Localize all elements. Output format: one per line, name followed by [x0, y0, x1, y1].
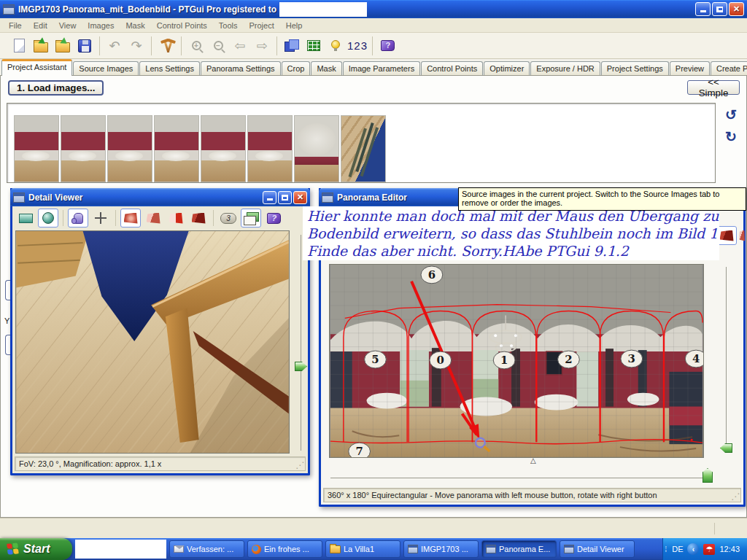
- load-images-button[interactable]: 1. Load images...: [8, 80, 104, 96]
- restore-icon: [716, 7, 723, 12]
- table-view-button[interactable]: [304, 36, 323, 55]
- badge-1: 1: [500, 354, 508, 367]
- tab-optimizer[interactable]: Optimizer: [484, 61, 530, 75]
- dv-sphere-button[interactable]: [38, 209, 58, 228]
- minimize-button[interactable]: [695, 2, 711, 16]
- dv-show-image-mode-2[interactable]: [143, 209, 163, 228]
- main-titlebar[interactable]: IMGP1703 Panorama_mit_Bodenbild - PTGui …: [0, 0, 747, 18]
- tab-lens-settings[interactable]: Lens Settings: [139, 61, 200, 75]
- menu-mask[interactable]: Mask: [120, 20, 150, 31]
- pe-horizontal-slider[interactable]: [330, 478, 707, 478]
- undo-button[interactable]: ↶: [105, 36, 124, 55]
- menu-file[interactable]: File: [3, 20, 28, 31]
- tab-create-panorama[interactable]: Create Panorama: [711, 61, 747, 75]
- tab-exposure-hdr[interactable]: Exposure / HDR: [530, 61, 600, 75]
- source-thumbnail[interactable]: [294, 115, 339, 182]
- tab-crop[interactable]: Crop: [282, 61, 311, 75]
- source-thumbnail[interactable]: [14, 115, 59, 182]
- task-ein-frohes[interactable]: Ein frohes ...: [247, 540, 322, 558]
- new-project-button[interactable]: [9, 36, 28, 55]
- source-thumbnail[interactable]: [107, 115, 152, 182]
- close-button[interactable]: ✕: [729, 2, 744, 16]
- numeric-transform-button[interactable]: 123: [348, 36, 367, 55]
- dv-image-number-button[interactable]: 3: [218, 209, 239, 228]
- zoom-out-button[interactable]: −: [209, 36, 228, 55]
- dv-close-button[interactable]: ✕: [293, 191, 307, 204]
- optimizer-button[interactable]: [326, 36, 345, 55]
- source-thumbnail[interactable]: [341, 115, 386, 182]
- pe-hslider-handle[interactable]: [703, 468, 713, 483]
- tab-image-parameters[interactable]: Image Parameters: [343, 61, 420, 75]
- dv-rectilinear-button[interactable]: [15, 209, 36, 228]
- open-apply-template-button[interactable]: [53, 36, 72, 55]
- pe-vslider-handle[interactable]: [720, 443, 732, 453]
- dv-move-button[interactable]: [90, 209, 111, 228]
- detail-viewer-statusbar: FoV: 23,0 °, Magnification: approx. 1,1 …: [15, 456, 306, 471]
- rotate-cw-button[interactable]: ↻: [721, 128, 740, 147]
- panorama-canvas[interactable]: 6 5 0 1 2 3 4 7: [329, 264, 704, 458]
- source-thumbnail[interactable]: [61, 115, 106, 182]
- menu-view[interactable]: View: [53, 20, 82, 31]
- dv-show-image-mode-3[interactable]: [166, 209, 186, 228]
- save-project-button[interactable]: [75, 36, 94, 55]
- tab-project-settings[interactable]: Project Settings: [601, 61, 669, 75]
- simple-mode-button[interactable]: << Simple: [687, 80, 740, 95]
- restore-button[interactable]: [712, 2, 727, 16]
- main-toolbar: ↶ ↷ + − ⇦ ⇨ 123: [0, 33, 747, 59]
- app-window-icon: [3, 4, 15, 15]
- menu-help[interactable]: Help: [280, 20, 309, 31]
- help-book-icon: [267, 213, 281, 224]
- tab-preview[interactable]: Preview: [670, 61, 710, 75]
- help-button[interactable]: [378, 36, 397, 55]
- dv-vertical-slider[interactable]: [301, 235, 301, 451]
- options-button[interactable]: [157, 36, 176, 55]
- task-imgp1703[interactable]: IMGP1703 ...: [403, 540, 479, 558]
- redacted-name-box: [279, 2, 367, 17]
- clock[interactable]: 12:43: [719, 545, 740, 553]
- menu-control-points[interactable]: Control Points: [151, 20, 213, 31]
- source-thumbnail[interactable]: [247, 115, 293, 182]
- start-button[interactable]: Start: [0, 538, 72, 560]
- tab-control-points[interactable]: Control Points: [421, 61, 483, 75]
- source-thumbnail[interactable]: [154, 115, 199, 182]
- tab-source-images[interactable]: Source Images: [73, 61, 139, 75]
- detail-viewer-image[interactable]: [15, 230, 290, 454]
- task-panorama-editor[interactable]: Panorama E...: [481, 540, 557, 558]
- detail-viewer-button[interactable]: [282, 36, 301, 55]
- dv-show-image-mode-4[interactable]: [188, 209, 209, 228]
- source-thumbnail[interactable]: [201, 115, 246, 182]
- language-indicator[interactable]: DE: [672, 545, 683, 553]
- menu-images[interactable]: Images: [82, 20, 120, 31]
- source-images-filmstrip[interactable]: [7, 103, 716, 183]
- next-button[interactable]: ⇨: [252, 36, 271, 55]
- task-detail-viewer[interactable]: Detail Viewer: [560, 540, 635, 558]
- rotate-ccw-button[interactable]: ↺: [721, 106, 740, 125]
- pe-toolbar-button-clipped[interactable]: [738, 226, 746, 245]
- redo-button[interactable]: ↷: [127, 36, 146, 55]
- dv-pan-button[interactable]: [68, 209, 88, 228]
- zoom-in-button[interactable]: +: [187, 36, 206, 55]
- dv-window-layout-button[interactable]: [241, 209, 261, 228]
- horizon-marker[interactable]: △: [530, 456, 536, 464]
- tab-mask[interactable]: Mask: [311, 61, 341, 75]
- menu-tools[interactable]: Tools: [213, 20, 244, 31]
- pe-vertical-slider[interactable]: [726, 267, 727, 447]
- detail-viewer-titlebar[interactable]: Detail Viewer ✕: [10, 188, 310, 206]
- menu-project[interactable]: Project: [244, 20, 280, 31]
- pe-show-image-button[interactable]: [716, 226, 737, 245]
- hide-icons-chevron[interactable]: ‹: [687, 543, 699, 555]
- dv-maximize-button[interactable]: [278, 191, 292, 204]
- previous-button[interactable]: ⇦: [231, 36, 249, 55]
- ptgui-window-icon: [486, 545, 496, 553]
- tab-project-assistant[interactable]: Project Assistant: [1, 59, 72, 75]
- dv-minimize-button[interactable]: [263, 191, 276, 204]
- menu-edit[interactable]: Edit: [28, 20, 53, 31]
- tab-panorama-settings[interactable]: Panorama Settings: [201, 61, 281, 75]
- dv-help-button[interactable]: [263, 209, 284, 228]
- dv-slider-handle[interactable]: [295, 362, 307, 371]
- open-project-button[interactable]: [31, 36, 50, 55]
- dv-show-image-mode-1[interactable]: [120, 209, 141, 228]
- task-verfassen[interactable]: Verfassen: ...: [169, 540, 244, 558]
- antivirus-tray-icon[interactable]: ☂: [703, 544, 715, 555]
- task-la-villa1[interactable]: La Villa1: [325, 540, 400, 558]
